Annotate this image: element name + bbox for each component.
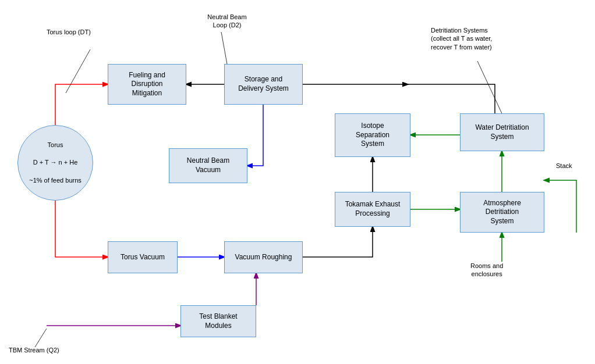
fueling-node: Fueling andDisruptionMitigation [108,64,186,105]
isotope-sep-label: IsotopeSeparationSystem [356,122,389,149]
vacuum-roughing-label: Vacuum Roughing [235,253,292,262]
test-blanket-label: Test BlanketModules [199,312,237,330]
atmosphere-detrit-node: AtmosphereDetritiationSystem [460,192,544,233]
fueling-label: Fueling andDisruptionMitigation [129,71,165,98]
diagram: Torus D + T → n + He ~1% of feed burns F… [0,0,595,364]
svg-line-2 [477,61,502,113]
svg-line-1 [221,32,227,64]
torus-vacuum-label: Torus Vacuum [121,253,165,262]
detritiation-systems-label: Detritiation Systems(collect all T as wa… [431,26,533,51]
torus-label: Torus D + T → n + He ~1% of feed burns [29,141,82,185]
test-blanket-node: Test BlanketModules [180,305,256,337]
torus-vacuum-node: Torus Vacuum [108,241,178,273]
water-detrit-label: Water DetritiationSystem [475,123,529,141]
stack-label: Stack [556,162,572,170]
tokamak-exhaust-label: Tokamak ExhaustProcessing [345,200,401,218]
neutral-beam-loop-label: Neutral BeamLoop (D2) [201,13,253,30]
water-detrit-node: Water DetritiationSystem [460,113,544,151]
atmosphere-detrit-label: AtmosphereDetritiationSystem [483,199,521,226]
vacuum-roughing-node: Vacuum Roughing [224,241,303,273]
torus-node: Torus D + T → n + He ~1% of feed burns [17,125,93,201]
rooms-enclosures-label: Rooms andenclosures [470,262,503,279]
svg-line-0 [66,49,90,93]
storage-node: Storage andDelivery System [224,64,303,105]
tokamak-exhaust-node: Tokamak ExhaustProcessing [335,192,410,227]
neutral-beam-vacuum-label: Neutral BeamVacuum [187,156,229,174]
storage-label: Storage andDelivery System [238,75,289,93]
arrows-svg [0,0,595,364]
tbm-stream-label: TBM Stream (Q2) [9,346,59,354]
torus-loop-label: Torus loop (DT) [47,28,91,36]
neutral-beam-vacuum-node: Neutral BeamVacuum [169,148,247,183]
isotope-sep-node: IsotopeSeparationSystem [335,113,410,157]
svg-line-3 [35,329,47,347]
